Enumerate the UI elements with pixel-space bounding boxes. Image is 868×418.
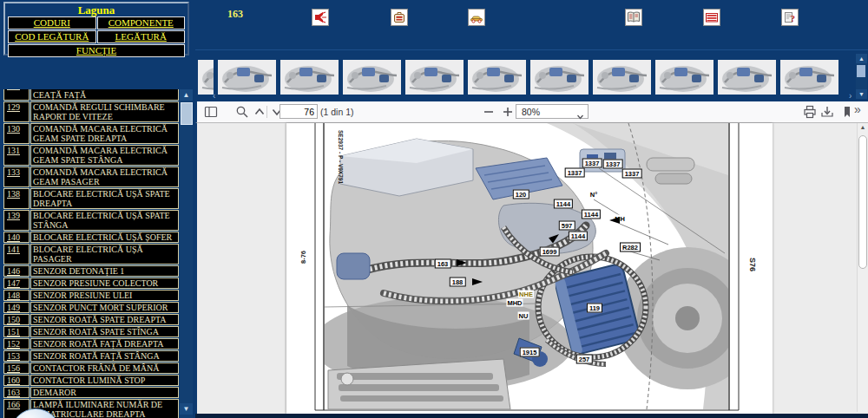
component-row[interactable]: 163DEMAROR [3,387,179,398]
nav-button-componente[interactable]: COMPONENTE [97,16,186,29]
splice-icon[interactable] [312,9,329,26]
component-row[interactable]: 156CONTACTOR FRÂNĂ DE MÂNĂ [3,362,179,374]
component-row[interactable]: 148SENZOR PRESIUNE ULEI [3,290,179,301]
page-thumbnail[interactable] [530,60,589,95]
component-row[interactable]: 151SENZOR ROATĂ SPATE STÎNGA [3,326,179,337]
component-row[interactable]: 129COMANDĂ REGULI SCHIMBARE RAPORT DE VI… [3,101,179,122]
component-row[interactable]: 140BLOCARE ELECTRICĂ UȘĂ ȘOFER [3,232,179,243]
connector-case-icon[interactable] [391,9,408,26]
component-number-link[interactable]: 122 [3,89,30,101]
scrollbar-thumb[interactable] [858,135,867,269]
component-row[interactable]: 122COMANDĂ PROIECTOARE DE CEAȚĂ FAȚĂ [3,89,179,101]
zoom-select[interactable]: 80% [516,104,589,119]
component-label: COMANDĂ MACARA ELECTRICĂ GEAM SPATE STÂN… [30,145,179,166]
page-thumbnail[interactable] [655,60,713,95]
filmstrip-scrollbar[interactable]: ▲ ▼ [856,54,867,99]
diagram-label-r282: R282 [620,243,641,252]
scroll-down-icon[interactable]: ▼ [856,89,867,99]
scrollbar-thumb[interactable] [181,102,193,125]
open-book-icon[interactable] [625,9,642,26]
page-thumbnail[interactable] [468,60,526,95]
nav-button-coduri[interactable]: CODURI [8,16,96,29]
search-icon[interactable] [235,105,249,119]
scroll-down-icon[interactable]: ▼ [180,403,193,415]
car-icon[interactable] [468,9,485,26]
pdf-viewport: SE2937 - P - V9X791 8-76 S76 12013371337… [195,123,868,414]
component-row[interactable]: 130COMANDĂ MACARA ELECTRICĂ GEAM SPATE D… [3,123,179,144]
component-label: CONTACTOR LUMINĂ STOP [30,375,179,386]
component-number-link[interactable]: 139 [3,210,30,231]
component-row[interactable]: 153SENZOR ROATĂ FAȚĂ STÂNGA [3,350,179,362]
component-row[interactable]: 141BLOCARE ELECTRICĂ UȘĂ PASAGER [3,244,179,265]
component-row[interactable]: 146SENZOR DETONAȚIE 1 [3,265,179,277]
diagram-label-1337: 1337 [603,160,623,169]
component-row[interactable]: 160CONTACTOR LUMINĂ STOP [3,375,179,386]
page-thumbnail[interactable] [405,60,464,95]
download-icon[interactable] [820,105,834,119]
component-number-link[interactable]: 153 [3,350,30,362]
zoom-in-icon[interactable] [501,105,515,119]
component-number-link[interactable]: 130 [3,123,30,144]
help-icon[interactable]: ? [781,9,799,26]
component-number-link[interactable]: 156 [3,362,30,374]
component-number-link[interactable]: 160 [3,375,30,386]
component-number-link[interactable]: 152 [3,338,30,349]
page-thumbnail[interactable] [593,60,651,95]
previous-page-icon[interactable] [253,105,266,119]
component-label: SENZOR DETONAȚIE 1 [30,265,179,277]
sidebar-toggle-icon[interactable] [204,105,218,119]
component-row[interactable]: 139BLOCARE ELECTRICĂ UȘĂ SPATE STÂNGA [3,210,179,231]
document-scrollbar[interactable]: ▲ [857,123,868,412]
scroll-up-icon[interactable]: ▲ [180,89,193,101]
nav-button-func-ie[interactable]: FUNCȚIE [8,44,185,57]
diagram-arrow [549,232,561,244]
component-number-link[interactable]: 138 [3,188,30,209]
more-tools-icon[interactable]: » [854,102,861,116]
component-row[interactable]: 152SENZOR ROATĂ FAȚĂ DREAPTA [3,338,179,349]
filmstrip-left-arrow-icon[interactable]: ‹ [213,92,215,101]
component-row[interactable]: 149SENZOR PUNCT MORT SUPERIOR [3,302,179,313]
page-thumbnail[interactable] [780,60,838,95]
nav-button-grid: CODURICOMPONENTECOD LEGĂTURĂLEGĂTURĂFUNC… [8,16,185,57]
scrollbar-thumb[interactable] [857,65,865,77]
component-row[interactable]: 138BLOCARE ELECTRICĂ UȘĂ SPATE DREAPTA [3,188,179,209]
component-label: SENZOR PRESIUNE COLECTOR [30,278,179,289]
component-list-scrollbar[interactable]: ▲ ▼ [180,89,193,418]
component-number-link[interactable]: 163 [3,387,30,398]
component-row[interactable]: 133COMANDĂ MACARA ELECTRICĂ GEAM PASAGER [3,167,179,187]
zoom-out-icon[interactable] [482,105,496,119]
component-number-link[interactable]: 129 [3,101,30,122]
page-number-input[interactable] [279,104,318,119]
model-title: Laguna [5,3,187,16]
component-number-link[interactable]: 133 [3,167,30,187]
nav-button-leg-tur-[interactable]: LEGĂTURĂ [97,30,186,43]
nav-button-cod-leg-tur-[interactable]: COD LEGĂTURĂ [8,30,96,43]
component-number-link[interactable]: 149 [3,302,30,313]
component-number-link[interactable]: 151 [3,326,30,337]
current-component-code: 163 [227,8,243,21]
component-number-link[interactable]: 131 [3,145,30,166]
scroll-up-icon[interactable]: ▲ [856,54,867,63]
page-thumbnail[interactable] [343,60,401,95]
window-bottom-edge [195,414,868,418]
page-thumbnail[interactable] [718,60,776,95]
page-thumbnail[interactable] [198,60,214,95]
component-number-link[interactable]: 147 [3,278,30,289]
component-number-link[interactable]: 150 [3,314,30,325]
scroll-up-icon[interactable]: ▲ [858,124,868,130]
filmstrip-right-arrow-icon[interactable]: › [849,92,852,101]
thumbnail-filmstrip: ‹ › ▲ ▼ [195,49,868,102]
bookmark-icon[interactable] [840,105,854,119]
component-number-link[interactable]: 140 [3,232,30,243]
component-number-link[interactable]: 148 [3,290,30,301]
component-number-link[interactable]: 141 [3,244,30,265]
component-row[interactable]: 150SENZOR ROATĂ SPATE DREAPTA [3,314,179,325]
component-row[interactable]: 131COMANDĂ MACARA ELECTRICĂ GEAM SPATE S… [3,145,179,166]
harness-stripes-icon[interactable] [703,9,720,26]
component-number-link[interactable]: 146 [3,265,30,277]
page-thumbnail[interactable] [280,60,339,95]
diagram-label-1915: 1915 [520,348,540,357]
component-row[interactable]: 147SENZOR PRESIUNE COLECTOR [3,278,179,289]
print-icon[interactable] [803,105,817,119]
page-thumbnail[interactable] [218,60,276,95]
